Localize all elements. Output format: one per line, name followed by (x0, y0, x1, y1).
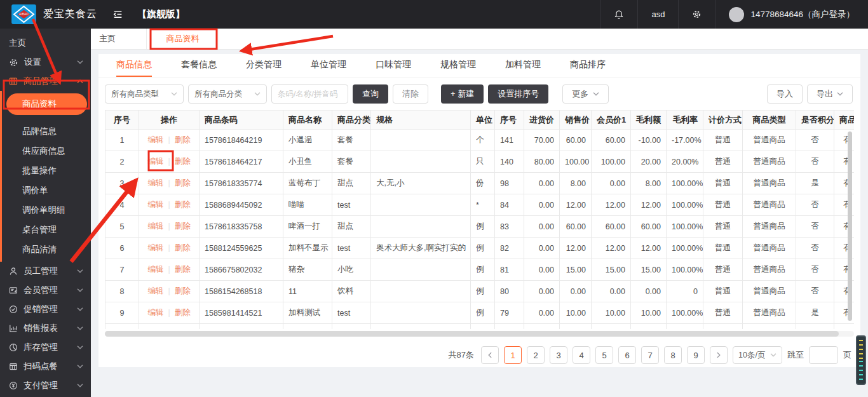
delete-link[interactable]: 删除 (175, 265, 191, 274)
cell-seq: 9 (105, 302, 139, 324)
page-size-select[interactable]: 10条/页 (733, 346, 782, 364)
notifications-button[interactable] (600, 0, 637, 29)
set-sort-button[interactable]: 设置排序号 (488, 84, 548, 104)
delete-link[interactable]: 删除 (175, 308, 191, 317)
delete-link[interactable]: 删除 (175, 157, 191, 166)
op-divider: | (168, 200, 170, 209)
sidebar-subitem[interactable]: 批量操作 (2, 161, 91, 180)
next-page-button[interactable] (710, 346, 728, 364)
page-button[interactable]: 9 (687, 346, 705, 364)
edit-link[interactable]: 编辑 (147, 200, 163, 209)
floating-widget[interactable] (856, 335, 866, 385)
subtab-7[interactable]: 商品排序 (570, 54, 606, 77)
subtab-1[interactable]: 套餐信息 (181, 54, 217, 77)
sidebar-group-item[interactable]: 支付管理 (0, 376, 91, 395)
tab-product-data[interactable]: 商品资料 (147, 29, 219, 49)
column-header: 单位 (471, 111, 495, 130)
sidebar-subitem[interactable]: 商品沽清 (2, 239, 91, 259)
edit-link[interactable]: 编辑 (147, 286, 163, 295)
subtab-3[interactable]: 单位管理 (311, 54, 346, 77)
edit-link[interactable]: 编辑 (147, 222, 163, 231)
cell: 0.00 (592, 173, 631, 194)
page-button[interactable]: 5 (595, 346, 613, 364)
sidebar-group-item[interactable]: 员工管理 (0, 262, 91, 281)
sidebar-subitem[interactable]: 商品资料 (6, 93, 87, 115)
sidebar-item-home[interactable]: 主页 (0, 34, 91, 53)
clear-button[interactable]: 清除 (393, 84, 428, 104)
tab-home[interactable]: 主页 (91, 29, 147, 49)
subtab-0[interactable]: 商品信息 (116, 54, 152, 77)
column-header: 序号 (105, 111, 139, 130)
page-button[interactable]: 2 (527, 346, 545, 364)
edit-link[interactable]: 编辑 (147, 178, 163, 187)
sidebar-group-item[interactable]: 库存管理 (0, 338, 91, 357)
delete-link[interactable]: 删除 (175, 135, 191, 144)
sidebar-item-label: 员工管理 (24, 266, 58, 277)
horizontal-scrollbar-thumb[interactable] (105, 331, 839, 337)
username-menu[interactable]: asd (637, 0, 678, 29)
edit-link[interactable]: 编辑 (147, 308, 163, 317)
edit-link[interactable]: 编辑 (147, 135, 163, 144)
table-row-partial (105, 324, 855, 330)
sidebar-group-item[interactable]: 销售报表 (0, 319, 91, 338)
cell-ops: 编辑|删除 (139, 194, 200, 216)
subtab-2[interactable]: 分类管理 (246, 54, 281, 77)
jump-page-input[interactable] (809, 346, 838, 364)
cell: 普通商品 (743, 259, 796, 281)
column-header: 商品条码 (200, 111, 283, 130)
export-button[interactable]: 导出 (807, 84, 853, 104)
subtab-5[interactable]: 规格管理 (440, 54, 476, 77)
cell: 0.00 (524, 238, 560, 259)
more-button[interactable]: 更多 (562, 84, 609, 104)
cell (371, 216, 471, 238)
menu-fold-icon[interactable] (112, 9, 123, 20)
new-button[interactable]: + 新建 (441, 84, 484, 104)
sidebar-item-product-mgmt[interactable]: 商品管理 (0, 72, 91, 91)
sidebar-group-item[interactable]: 促销管理 (0, 300, 91, 319)
settings-button[interactable] (678, 0, 715, 29)
pay-icon (9, 381, 18, 390)
prev-page-button[interactable] (481, 346, 499, 364)
sidebar-item-settings[interactable]: 设置 (0, 53, 91, 72)
query-button[interactable]: 查询 (353, 84, 388, 104)
vertical-scrollbar[interactable] (848, 131, 852, 321)
product-category-select[interactable]: 所有商品分类 (188, 84, 267, 104)
edit-link[interactable]: 编辑 (147, 243, 163, 252)
cell: 141 (495, 130, 524, 151)
page-button[interactable]: 6 (618, 346, 636, 364)
edit-link[interactable]: 编辑 (147, 265, 163, 274)
cell: 0.00 (524, 216, 560, 238)
sidebar-group-item[interactable]: 扫码点餐 (0, 357, 91, 376)
product-type-select[interactable]: 所有商品类型 (105, 84, 184, 104)
account-menu[interactable]: 14778684646（商户登录） (715, 0, 868, 29)
cell-ops: 编辑|删除 (139, 259, 200, 281)
page-button[interactable]: 8 (664, 346, 682, 364)
search-input[interactable] (271, 84, 348, 104)
top-bar: AIBAO 爱宝美食云 【旗舰版】 asd 14778684646（商户登录） (0, 0, 868, 29)
sidebar-subitem[interactable]: 调价单明细 (2, 200, 91, 220)
cell: 例 (471, 302, 495, 324)
subtab-4[interactable]: 口味管理 (376, 54, 411, 77)
page-button[interactable]: 1 (504, 346, 522, 364)
sidebar-subitem[interactable]: 桌台管理 (2, 220, 91, 239)
sidebar-subitem[interactable]: 调价单 (2, 180, 91, 200)
edit-link[interactable]: 编辑 (147, 157, 163, 166)
delete-link[interactable]: 删除 (175, 178, 191, 187)
cell: 1585981414521 (200, 302, 283, 324)
cell: 普通 (703, 259, 743, 281)
delete-link[interactable]: 删除 (175, 200, 191, 209)
subtab-6[interactable]: 加料管理 (505, 54, 541, 77)
page-button[interactable]: 3 (550, 346, 567, 364)
page-button[interactable]: 4 (573, 346, 590, 364)
cell: 甜点 (332, 216, 371, 238)
delete-link[interactable]: 删除 (175, 286, 191, 295)
sidebar-group-item[interactable]: 会员管理 (0, 281, 91, 300)
sidebar-subitem[interactable]: 供应商信息 (2, 141, 91, 161)
column-header: 毛利率 (667, 111, 703, 130)
delete-link[interactable]: 删除 (175, 243, 191, 252)
version-label: 【旗舰版】 (137, 8, 185, 20)
delete-link[interactable]: 删除 (175, 222, 191, 231)
sidebar-subitem[interactable]: 品牌信息 (2, 121, 91, 141)
import-button[interactable]: 导入 (767, 84, 803, 104)
page-button[interactable]: 7 (641, 346, 659, 364)
